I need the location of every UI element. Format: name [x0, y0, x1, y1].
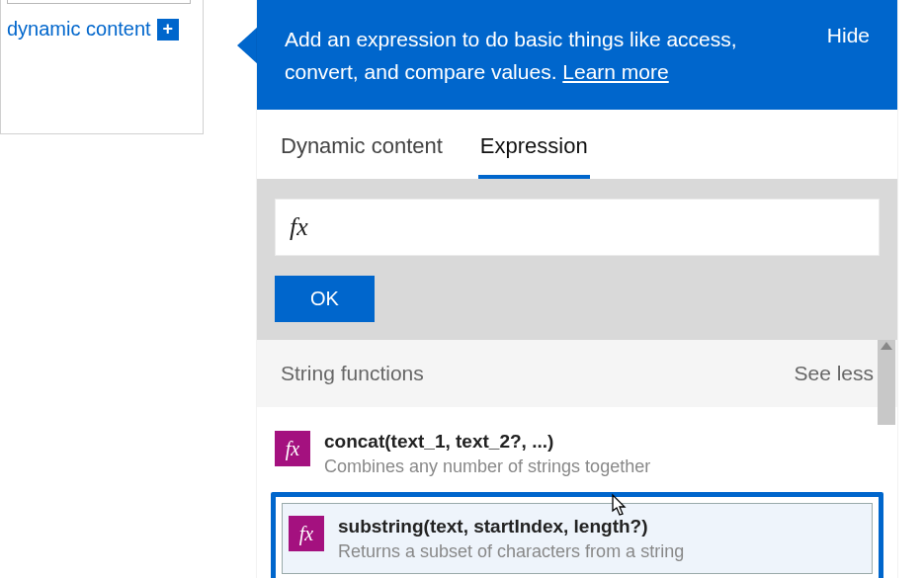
tab-expression[interactable]: Expression [478, 124, 590, 179]
function-desc: Returns a subset of characters from a st… [338, 539, 684, 563]
plus-icon: + [157, 19, 179, 41]
fx-icon: fx [275, 431, 310, 466]
callout-arrow-icon [237, 26, 259, 65]
dynamic-content-link[interactable]: dynamic content + [7, 18, 179, 41]
function-title: concat(text_1, text_2?, ...) [324, 429, 650, 454]
function-title: substring(text, startIndex, length?) [338, 514, 684, 539]
learn-more-link[interactable]: Learn more [562, 60, 668, 83]
scrollbar[interactable] [878, 340, 895, 425]
group-label: String functions [281, 362, 424, 385]
tab-dynamic-content[interactable]: Dynamic content [279, 124, 445, 179]
expression-input[interactable]: fx [275, 199, 880, 256]
function-item-substring-selected: fx substring(text, startIndex, length?) … [271, 492, 883, 578]
function-item-concat[interactable]: fx concat(text_1, text_2?, ...) Combines… [271, 419, 883, 488]
expression-popup: Add an expression to do basic things lik… [257, 0, 897, 578]
left-panel-fragment: dynamic content + [0, 0, 204, 134]
dynamic-content-label: dynamic content [7, 18, 151, 41]
header-message: Add an expression to do basic things lik… [285, 24, 779, 88]
function-list: fx concat(text_1, text_2?, ...) Combines… [257, 407, 897, 578]
popup-header: Add an expression to do basic things lik… [257, 0, 897, 110]
scroll-up-icon [881, 342, 892, 350]
left-input-fragment [7, 0, 191, 4]
fx-icon: fx [290, 212, 308, 242]
function-group-header: String functions See less [257, 340, 897, 407]
fx-icon: fx [289, 516, 324, 551]
hide-button[interactable]: Hide [827, 24, 870, 47]
tabs: Dynamic content Expression [257, 110, 897, 179]
function-desc: Combines any number of strings together [324, 454, 650, 478]
expression-area: fx OK [257, 179, 897, 340]
function-item-substring[interactable]: fx substring(text, startIndex, length?) … [282, 503, 873, 574]
see-less-link[interactable]: See less [794, 362, 874, 385]
ok-button[interactable]: OK [275, 276, 375, 322]
